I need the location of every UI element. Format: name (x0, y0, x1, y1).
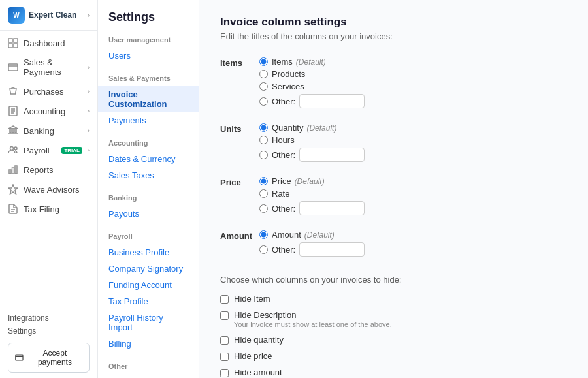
settings-link-payroll-history[interactable]: Payroll History Import (98, 309, 199, 336)
sidebar-item-label: Sales & Payments (24, 57, 82, 77)
units-other-input[interactable] (299, 148, 365, 162)
price-radio-price[interactable] (259, 177, 268, 185)
sidebar-item-label: Wave Advisors (24, 185, 90, 195)
sidebar-item-sales[interactable]: Sales & Payments › (0, 53, 97, 82)
items-radio-label[interactable]: Products (272, 69, 305, 79)
hide-amount-label[interactable]: Hide amount (234, 368, 282, 377)
svg-rect-0 (8, 39, 12, 42)
sidebar-item-label: Accounting (24, 106, 82, 116)
hide-item-checkbox[interactable] (220, 295, 229, 304)
price-radio-other[interactable] (259, 204, 268, 213)
hide-amount-checkbox[interactable] (220, 369, 229, 377)
hide-price-row: Hide price (220, 351, 429, 361)
hide-description-subtext: Your invoice must show at least one of t… (234, 321, 392, 328)
units-radio-label[interactable]: Hours (272, 135, 295, 145)
book-icon (8, 106, 18, 116)
hide-item-label[interactable]: Hide Item (234, 294, 270, 304)
price-radio-rate[interactable] (259, 189, 268, 198)
items-radio-products[interactable] (259, 70, 268, 78)
hide-price-checkbox[interactable] (220, 353, 229, 361)
amount-option-other: Other: (259, 242, 365, 257)
price-radio-label[interactable]: Price (Default) (272, 176, 325, 186)
items-option-products: Products (259, 69, 365, 79)
amount-option-amount: Amount (Default) (259, 230, 365, 240)
settings-section-accounting: Accounting Dates & Currency Sales Taxes (98, 136, 199, 183)
sidebar-item-purchases[interactable]: Purchases › (0, 82, 97, 101)
units-radio-label[interactable]: Quantity (Default) (272, 123, 336, 133)
hide-item-row: Hide Item (220, 294, 429, 304)
settings-section-label: User management (98, 33, 199, 48)
settings-link-payments[interactable]: Payments (98, 112, 199, 129)
units-radio-other[interactable] (259, 151, 268, 159)
price-radio-label[interactable]: Rate (272, 189, 289, 198)
items-radio-other[interactable] (259, 97, 268, 106)
main-content: Invoice column settings Edit the titles … (199, 0, 588, 378)
price-radio-label[interactable]: Other: (272, 204, 295, 213)
amount-radio-amount[interactable] (259, 230, 268, 239)
chevron-down-icon: › (88, 64, 90, 71)
items-radio-services[interactable] (259, 82, 268, 91)
items-option-other: Other: (259, 94, 365, 108)
integrations-link[interactable]: Integrations (8, 311, 90, 324)
hide-section-label: Choose which columns on your invoices to… (220, 275, 429, 285)
sidebar-item-tax-filing[interactable]: Tax Filing (0, 199, 97, 219)
units-radio-quantity[interactable] (259, 123, 268, 132)
settings-link-billing[interactable]: Billing (98, 336, 199, 352)
settings-link-invoice-customization[interactable]: Invoice Customization (98, 86, 199, 112)
items-other-input[interactable] (299, 94, 365, 108)
sidebar-item-reports[interactable]: Reports (0, 160, 97, 180)
settings-link-sales-taxes[interactable]: Sales Taxes (98, 167, 199, 183)
settings-link-users[interactable]: Users (98, 48, 199, 64)
sidebar-header[interactable]: W Expert Clean › (0, 0, 97, 31)
svg-rect-19 (15, 166, 17, 174)
sidebar-item-dashboard[interactable]: Dashboard (0, 33, 97, 53)
settings-link-dates-currency[interactable]: Dates & Currency (98, 151, 199, 167)
items-radio-items[interactable] (259, 57, 268, 66)
settings-link-company-signatory[interactable]: Company Signatory (98, 260, 199, 277)
amount-label: Amount (220, 230, 259, 241)
chevron-down-icon: › (88, 88, 90, 95)
settings-link-payouts[interactable]: Payouts (98, 206, 199, 222)
settings-section-label: Banking (98, 191, 199, 206)
price-option-rate: Rate (259, 189, 365, 198)
units-radio-label[interactable]: Other: (272, 150, 295, 160)
company-name: Expert Clean (29, 10, 84, 20)
sidebar: W Expert Clean › Dashboard Sales & Payme… (0, 0, 98, 378)
units-radio-hours[interactable] (259, 136, 268, 144)
hide-description-checkbox[interactable] (220, 311, 229, 320)
items-group: Items Items (Default) Products Services (220, 57, 429, 111)
units-option-other: Other: (259, 148, 365, 162)
settings-link-funding-account[interactable]: Funding Account (98, 277, 199, 293)
amount-radio-label[interactable]: Other: (272, 245, 295, 255)
users-icon (8, 145, 18, 155)
amount-other-input[interactable] (299, 242, 365, 257)
items-radio-label[interactable]: Items (Default) (272, 57, 326, 67)
chevron-down-icon: › (88, 108, 90, 114)
sidebar-item-label: Payroll (24, 146, 55, 155)
items-radio-label[interactable]: Services (272, 82, 304, 91)
sidebar-item-payroll[interactable]: Payroll TRIAL › (0, 140, 97, 160)
page-subtitle: Edit the titles of the columns on your i… (220, 31, 567, 41)
hide-description-label[interactable]: Hide Description (234, 310, 296, 320)
sidebar-item-accounting[interactable]: Accounting › (0, 101, 97, 121)
sidebar-item-label: Tax Filing (24, 204, 90, 214)
settings-link-business-profile[interactable]: Business Profile (98, 244, 199, 260)
column-settings: Items Items (Default) Products Services (220, 57, 429, 378)
sidebar-item-wave-advisors[interactable]: Wave Advisors (0, 180, 97, 199)
settings-link[interactable]: Settings (8, 324, 90, 338)
grid-icon (8, 38, 18, 48)
sidebar-item-banking[interactable]: Banking › (0, 121, 97, 140)
settings-link-data-export[interactable]: Data Export (98, 374, 199, 378)
settings-section-payroll: Payroll Business Profile Company Signato… (98, 230, 199, 352)
price-group: Price Price (Default) Rate Other: (220, 176, 429, 218)
accept-payments-button[interactable]: Accept payments (8, 343, 90, 373)
price-other-input[interactable] (299, 201, 365, 215)
amount-radio-other[interactable] (259, 245, 268, 254)
hide-quantity-checkbox[interactable] (220, 336, 229, 345)
items-radio-label[interactable]: Other: (272, 97, 295, 106)
hide-price-label[interactable]: Hide price (234, 351, 272, 361)
amount-radio-label[interactable]: Amount (Default) (272, 230, 335, 240)
hide-quantity-label[interactable]: Hide quantity (234, 335, 284, 345)
amount-group: Amount Amount (Default) Other: (220, 230, 429, 259)
settings-link-tax-profile[interactable]: Tax Profile (98, 293, 199, 309)
